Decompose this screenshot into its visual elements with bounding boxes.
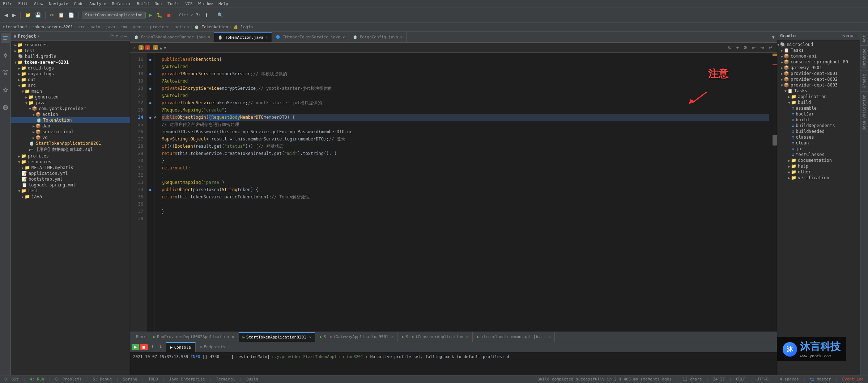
structure-icon[interactable]: [1, 68, 10, 77]
gradle-item-build-dependents[interactable]: ⚙ buildDependents: [777, 123, 860, 129]
back-button[interactable]: ◀: [3, 12, 9, 18]
tree-item-token-action[interactable]: 🍵 TokenAction: [11, 117, 130, 123]
bc-action[interactable]: action: [175, 25, 189, 29]
run-scroll-top-button[interactable]: ⬆: [149, 344, 156, 350]
tree-item-token-server[interactable]: ▼ 📁 token-server-8201: [11, 59, 130, 65]
status-event-log[interactable]: Event Log: [841, 377, 865, 382]
gradle-item-help[interactable]: ▶ 📁 help: [777, 163, 860, 169]
menu-view[interactable]: View: [34, 1, 43, 6]
save-button[interactable]: 💾: [34, 12, 42, 18]
gradle-item-build-needed[interactable]: ⚙ buildNeeded: [777, 129, 860, 134]
status-crlf[interactable]: CRLF: [735, 377, 747, 382]
bc-token-server[interactable]: token-server-8201: [32, 25, 73, 29]
bc-com[interactable]: com: [120, 25, 128, 29]
status-problems[interactable]: 6: Problems: [54, 377, 83, 382]
bc-src[interactable]: src: [78, 25, 85, 29]
tab-token-action[interactable]: 🍵 TokenAction.java ×: [214, 32, 272, 42]
bc-microcloud[interactable]: microcloud: [3, 25, 27, 29]
gradle-item-verification[interactable]: ▶ 📁 verification: [777, 175, 860, 181]
status-encoding[interactable]: UTF-8: [755, 377, 770, 382]
tab-dropdown-btn[interactable]: ▾: [770, 32, 777, 42]
run-play-button[interactable]: ▶: [132, 344, 139, 350]
database-tab[interactable]: Database: [860, 45, 868, 71]
bc-java[interactable]: java: [106, 25, 115, 29]
scrollbar-thumb[interactable]: [773, 135, 777, 146]
gradle-item-tasks-root[interactable]: ▶ 📋 Tasks: [777, 47, 860, 53]
sync-icon[interactable]: ⟳: [110, 33, 114, 39]
commit-button[interactable]: ⬆: [203, 12, 210, 18]
open-file-button[interactable]: 📁: [24, 12, 32, 18]
tree-item-generated[interactable]: ▶ 📁 generated: [11, 94, 130, 100]
gradle-expand-icon[interactable]: ⊞: [851, 33, 853, 38]
tree-item-java-test[interactable]: ▶ 📁 java: [11, 194, 130, 199]
status-terminal[interactable]: Terminal: [214, 377, 237, 382]
bc-token-action[interactable]: 🍵 TokenAction: [194, 25, 228, 29]
tree-item-src[interactable]: ▼ 📁 src: [11, 83, 130, 88]
gradle-settings-icon[interactable]: ⚙: [846, 33, 849, 38]
gradle-item-build-task[interactable]: ⚙ build: [777, 117, 860, 123]
run-tab-microcloud[interactable]: ▶ microcloud:common-api [b... ×: [473, 332, 555, 342]
gradle-item-assemble[interactable]: ⚙ assemble: [777, 105, 860, 111]
indent-left-btn[interactable]: ⇤: [750, 44, 757, 51]
tree-item-logback-xml[interactable]: 📋 logback-spring.xml: [11, 182, 130, 188]
gradle-item-clean[interactable]: ⚙ clean: [777, 140, 860, 146]
gradle-item-test-classes[interactable]: ⚙ testClasses: [777, 152, 860, 157]
run-button[interactable]: ▶: [147, 12, 154, 18]
gradle-item-documentation[interactable]: ▶ 📁 documentation: [777, 157, 860, 163]
tree-item-vo[interactable]: ▶ 📦 vo: [11, 135, 130, 140]
wrap-btn[interactable]: ↵: [767, 44, 774, 51]
gradle-item-application[interactable]: ▶ 📁 application: [777, 94, 860, 100]
bottom-tab-endpoints[interactable]: ⊕ Endpoints: [196, 342, 230, 352]
tree-item-resources-2[interactable]: ▼ 📁 resources: [11, 159, 130, 165]
tree-item-java[interactable]: ▼ 📁 java: [11, 100, 130, 106]
nav-next-btn[interactable]: ▼: [164, 45, 166, 50]
bottom-tab-console[interactable]: ▶ Console: [166, 342, 196, 352]
tab-feign-config[interactable]: 🍵 FeignConfig.java ×: [349, 32, 407, 42]
indent-right-btn[interactable]: ⇥: [759, 44, 766, 51]
gradle-item-gateway[interactable]: ▶ 📦 gateway-9501: [777, 65, 860, 71]
menu-tools[interactable]: Tools: [167, 1, 179, 6]
run-tab-provider-8002[interactable]: ▶ RunProviderDept8002Application ×: [150, 332, 238, 342]
tree-item-druid-logs[interactable]: ▶ 📁 druid-logs: [11, 65, 130, 71]
gradle-item-provider-8001[interactable]: ▶ 📦 provider-dept-8001: [777, 71, 860, 76]
paste-button[interactable]: 📄: [67, 12, 76, 18]
menu-vcs[interactable]: VCS: [185, 1, 192, 6]
cut-button[interactable]: ✂: [48, 12, 55, 18]
run-tab-consumer[interactable]: ▶ StartConsumerApplication ×: [398, 332, 472, 342]
ant-tab[interactable]: Ant: [860, 32, 868, 45]
bc-main[interactable]: main: [91, 25, 101, 29]
search-button[interactable]: 🔍: [216, 12, 225, 18]
menu-file[interactable]: File: [3, 1, 13, 6]
tree-item-dao[interactable]: ▶ 📦 dao: [11, 123, 130, 129]
tab-close-token[interactable]: ×: [265, 35, 268, 40]
code-content[interactable]: public class TokenAction { @Autowired pr…: [159, 53, 772, 332]
menu-run[interactable]: Run: [154, 1, 162, 6]
gear-icon[interactable]: ⚙: [116, 33, 119, 39]
tree-item-profiles[interactable]: ▶ 📁 profiles: [11, 153, 130, 159]
gradle-item-jar[interactable]: ⚙ jar: [777, 146, 860, 152]
add-btn[interactable]: +: [735, 44, 740, 51]
menu-edit[interactable]: Edit: [18, 1, 28, 6]
bc-yootk[interactable]: yootk: [133, 25, 145, 29]
menu-refactor[interactable]: Refactor: [112, 1, 131, 6]
tree-item-meta-inf[interactable]: ▶ 📁 META-INF.mybatis: [11, 165, 130, 171]
run-scroll-down-button[interactable]: ⬇: [157, 344, 165, 350]
bc-login[interactable]: 🔒 login: [233, 25, 253, 29]
gradle-item-other[interactable]: ▶ 📁 other: [777, 169, 860, 175]
run-config-dropdown[interactable]: StartConsumerApplication: [82, 12, 146, 18]
forward-button[interactable]: ▶: [11, 12, 17, 18]
tab-feign-token-loader[interactable]: 🍵 FeignTokenLoaderRunner.java ×: [130, 32, 214, 42]
editor-scrollbar-track[interactable]: [772, 53, 777, 332]
copy-button[interactable]: 📋: [57, 12, 65, 18]
gradle-item-tasks-8003[interactable]: ▼ 📋 Tasks: [777, 88, 860, 94]
bean-validation-tab[interactable]: Bean Validation: [860, 91, 868, 133]
settings-btn[interactable]: ⚙: [742, 44, 749, 51]
run-tab-close-5[interactable]: ×: [548, 334, 551, 339]
stop-button[interactable]: ⏹: [165, 12, 173, 18]
project-icon[interactable]: [1, 33, 10, 43]
tree-item-action[interactable]: ▼ 📦 action: [11, 111, 130, 117]
refresh-btn[interactable]: ↻: [726, 44, 733, 51]
gradle-item-microcloud[interactable]: ▼ 🐘 microcloud: [777, 42, 860, 47]
status-java-enterprise[interactable]: Java Enterprise: [167, 377, 206, 382]
status-debug[interactable]: 5: Debug: [91, 377, 113, 382]
